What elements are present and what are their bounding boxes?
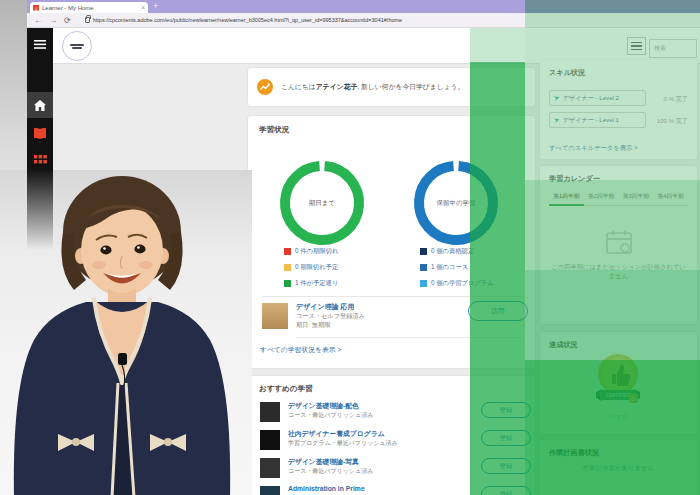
greeting-card: こんにちは アテイン花子, 新しい何かを今日学びましょう。 [248,68,535,106]
favicon [33,5,39,11]
trend-icon [257,79,273,95]
legend-item: 0 期限切れ予定 [284,263,338,272]
legend-swatch [420,280,427,287]
certified-badge[interactable]: CERTIFIED 2 [594,352,642,410]
show-all-learning-link[interactable]: すべての学習状況を表示 > [260,345,341,355]
legend-item: 0 個の学習プログラム [420,279,494,288]
enroll-button[interactable]: 登録 [481,402,531,418]
hamburger-icon[interactable] [27,33,53,55]
forward-icon[interactable]: → [49,16,57,25]
svg-text:CERTIFIED: CERTIFIED [606,393,631,398]
workplan-empty-message: 作業計画書がありません [540,464,697,473]
course-thumbnail [260,486,280,495]
legend-swatch [420,248,427,255]
back-icon[interactable]: ← [34,16,42,25]
section-title: スキル状況 [549,68,585,78]
skill-chip[interactable]: ➤ デザイナー - Level 1 [549,112,646,128]
presenter-video-overlay [0,170,252,495]
donut-label: 期日まで [275,156,369,250]
url-field[interactable]: https://cpcontents.adobe.com/eu/public/n… [93,17,653,23]
tab-title: Learner - My Home [42,5,139,11]
tab-q3[interactable]: 第3四半期 [619,190,654,206]
workplan-card: 作業計画書状況 作業計画書がありません [540,440,697,495]
new-tab-button[interactable]: + [153,1,158,11]
course-title-link[interactable]: デザイン理論 応用 [296,302,355,312]
achievements-card: 達成状況 CERTIFIED 2 バッジ [540,332,697,434]
legend-swatch [420,264,427,271]
padlock-icon [85,17,90,23]
donut-label: 保留中の学習 [409,156,503,250]
list-menu-icon[interactable] [627,37,646,55]
skill-percent: 100 % 完了 [657,117,688,126]
quarter-tabs: 第1四半期 第2四半期 第3四半期 第4四半期 [549,190,688,206]
skill-chip[interactable]: ➤ デザイナー - Level 2 [549,90,646,106]
course-thumbnail [262,303,288,329]
user-name: アテイン花子 [316,82,357,92]
enroll-button[interactable]: 登録 [481,458,531,474]
course-deadline: 期日: 無期限 [296,321,330,330]
browser-tab[interactable]: Learner - My Home × [30,2,148,13]
book-icon[interactable] [27,122,53,144]
course-meta: コース・セルフ登録済み [296,312,365,321]
grid-icon[interactable] [27,148,53,170]
recommended-card: おすすめの学習 デザイン基礎理論-配色 コース・最近パブリッシュ済み 登録 社内… [248,376,535,495]
send-icon: ➤ [553,93,561,103]
learning-status-card: 学習状況 期日まで 保留中の学習 0 件の期限切れ 0 期限切れ予定 1 件が予… [248,116,535,368]
send-icon: ➤ [553,115,561,125]
legend-swatch [284,280,291,287]
recommended-item: デザイン基礎理論-写真 コース・最近パブリッシュ済み 登録 [248,456,535,484]
visit-button[interactable]: 訪問 [468,301,528,321]
section-title: 作業計画書状況 [549,448,599,458]
course-title-link[interactable]: Administration in Prime [288,485,365,492]
divider [296,337,521,338]
course-thumbnail [260,430,280,450]
tab-q4[interactable]: 第4四半期 [653,190,688,206]
section-title: 学習カレンダー [549,174,600,184]
section-title: 学習状況 [259,125,289,135]
account-logo [62,31,92,61]
section-title: 達成状況 [549,340,578,350]
course-thumbnail [260,458,280,478]
section-title: おすすめの学習 [259,384,312,394]
legend-item: 1 件が予定通り [284,279,338,288]
reload-icon[interactable]: ⟳ [64,16,71,25]
recommended-item: 社内デザイナー養成プログラム 学習プログラム・最近パブリッシュ済み 登録 [248,428,535,456]
browser-toolbar: ← → ⟳ https://cpcontents.adobe.com/eu/pu… [27,13,700,28]
legend-swatch [284,248,291,255]
tab-q1[interactable]: 第1四半期 [549,190,584,206]
show-all-skills-link[interactable]: すべてのスキルデータを表示 > [549,144,638,153]
legend-swatch [284,264,291,271]
recommended-item: Administration in Prime コース・最近パブリッシュ済み 登… [248,484,535,495]
tab-q2[interactable]: 第2四半期 [584,190,619,206]
legend-item: 1 個のコース [420,263,468,272]
legend-item: 0 個の資格認定 [420,247,474,256]
app-header [53,28,700,64]
course-title-link[interactable]: デザイン基礎理論-配色 [288,401,359,411]
sidebar-fade [27,170,53,250]
legend-item: 0 件の期限切れ [284,247,338,256]
skill-percent: 0 % 完了 [664,95,688,104]
course-title-link[interactable]: デザイン基礎理論-写真 [288,457,359,467]
calendar-card: 学習カレンダー 第1四半期 第2四半期 第3四半期 第4四半期 この四半期にはま… [540,166,697,324]
enroll-button[interactable]: 登録 [481,430,531,446]
tab-close-icon[interactable]: × [141,4,145,11]
calendar-icon [606,230,632,258]
badge-label: バッジ [540,412,697,421]
home-icon[interactable] [27,92,53,118]
screenshot-root: Learner - My Home × + ← → ⟳ https://cpco… [0,0,700,495]
divider [262,296,521,297]
search-input[interactable] [649,39,697,58]
enroll-button[interactable]: 登録 [481,486,531,495]
recommended-item: デザイン基礎理論-配色 コース・最近パブリッシュ済み 登録 [248,400,535,428]
course-thumbnail [260,402,280,422]
deadline-donut-chart: 期日まで [275,156,369,250]
calendar-empty-message: この四半期にはまだセッションが計画されていません [548,262,689,281]
course-title-link[interactable]: 社内デザイナー養成プログラム [288,429,385,439]
pending-donut-chart: 保留中の学習 [409,156,503,250]
greeting-text: こんにちは アテイン花子, 新しい何かを今日学びましょう。 [281,68,464,106]
search-box [649,36,697,55]
skills-card: スキル状況 ➤ デザイナー - Level 2 0 % 完了 ➤ デザイナー -… [540,60,697,159]
